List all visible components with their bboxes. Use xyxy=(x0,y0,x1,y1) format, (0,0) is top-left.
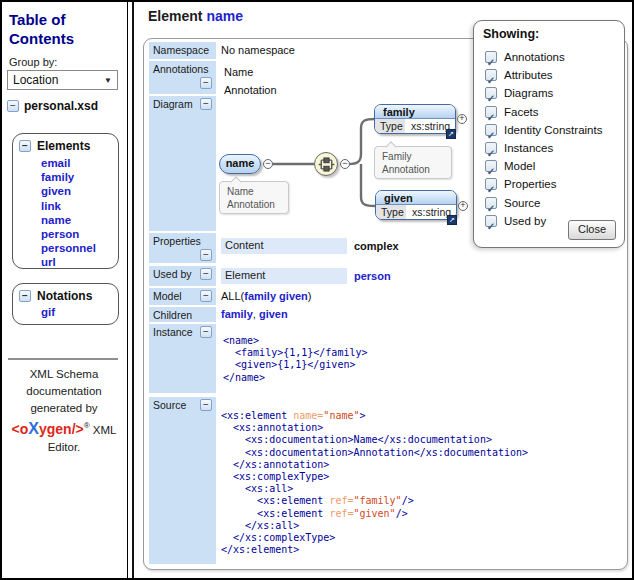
checkbox-checked-icon[interactable] xyxy=(485,69,497,81)
source-code: <xs:element name="name"> <xs:annotation>… xyxy=(221,410,528,556)
properties-row-label: Properties xyxy=(149,233,216,263)
option-model: Model xyxy=(485,157,620,175)
tooltip-line: Name xyxy=(227,185,281,198)
page-title-prefix: Element xyxy=(148,8,202,24)
elements-header: Elements xyxy=(37,139,90,153)
option-label: Attributes xyxy=(504,69,553,81)
sidebar-item-person[interactable]: person xyxy=(41,227,79,241)
credit-line: documentation xyxy=(4,383,124,400)
option-label: Facets xyxy=(504,106,539,118)
type-label: Type xyxy=(375,119,405,133)
group-by-selected-value: Location xyxy=(13,73,58,87)
table-of-contents-panel: Table of Contents Group by: Location ▼ p… xyxy=(2,2,128,578)
tooltip-line: Family xyxy=(382,150,444,163)
notations-box: Notations gif xyxy=(12,283,119,325)
checkbox-checked-icon[interactable] xyxy=(485,178,497,190)
expand-circle-icon[interactable] xyxy=(457,114,467,124)
element-box-title: family xyxy=(375,105,455,119)
showing-options: Annotations Attributes Diagrams Facets I… xyxy=(485,48,620,230)
all-compositor-icon[interactable] xyxy=(314,152,338,176)
collapse-circle-icon[interactable] xyxy=(263,159,273,169)
sidebar-item-email[interactable]: email xyxy=(41,156,70,170)
type-value: xs:string xyxy=(406,206,451,218)
sidebar-item-given[interactable]: given xyxy=(41,184,71,198)
checkbox-checked-icon[interactable] xyxy=(485,215,497,227)
checkbox-checked-icon[interactable] xyxy=(485,142,497,154)
showing-panel: Showing: Annotations Attributes Diagrams… xyxy=(473,20,625,248)
option-identity-constraints: Identity Constraints xyxy=(485,121,620,139)
name-annotation-tooltip: Name Annotation xyxy=(219,181,289,214)
row-label-text: Model xyxy=(153,290,182,302)
option-facets: Facets xyxy=(485,103,620,121)
annotations-row-label: Annotations xyxy=(149,61,216,94)
group-by-select[interactable]: Location ▼ xyxy=(7,70,118,90)
children-value: family, given xyxy=(221,308,288,320)
property-key: Content xyxy=(221,238,347,254)
sidebar-item-personnel[interactable]: personnel xyxy=(41,241,96,255)
schema-file-name: personal.xsd xyxy=(24,99,98,113)
sidebar-item-family[interactable]: family xyxy=(41,170,74,184)
used-by-row-label: Used by xyxy=(149,266,216,286)
tooltip-line: Annotation xyxy=(382,163,444,176)
checkbox-checked-icon[interactable] xyxy=(485,106,497,118)
row-label-text: Properties xyxy=(153,235,212,247)
diagram-node-family[interactable]: family Type xs:string xyxy=(374,104,456,134)
row-label-text: Children xyxy=(153,309,192,321)
row-label-text: Instance xyxy=(153,326,193,338)
type-label: Type xyxy=(376,205,406,219)
collapse-circle-icon[interactable] xyxy=(340,159,350,169)
chevron-down-icon: ▼ xyxy=(104,76,112,85)
source-row-label: Source xyxy=(149,397,216,564)
instance-row-label: Instance xyxy=(149,324,216,393)
checkbox-checked-icon[interactable] xyxy=(485,197,497,209)
checkbox-checked-icon[interactable] xyxy=(485,51,497,63)
collapse-toggle-icon[interactable] xyxy=(200,249,212,261)
toc-title: Table of Contents xyxy=(9,10,114,48)
checkbox-checked-icon[interactable] xyxy=(485,87,497,99)
open-diagram-icon[interactable] xyxy=(447,215,457,225)
collapse-toggle-icon[interactable] xyxy=(7,100,19,112)
option-label: Diagrams xyxy=(504,87,553,99)
sidebar-item-link[interactable]: link xyxy=(41,199,61,213)
sidebar-item-url[interactable]: url xyxy=(41,255,56,269)
namespace-row-label: Namespace xyxy=(149,42,216,59)
used-by-key: Element xyxy=(221,268,347,284)
sidebar-item-gif[interactable]: gif xyxy=(41,305,55,319)
oxygen-logo: <oXygen/>® XML xyxy=(4,417,124,439)
credit-line: generated by xyxy=(4,400,124,417)
row-label-text: Namespace xyxy=(153,44,209,56)
row-label-text: Source xyxy=(153,399,186,411)
instance-code: <name> <family>{1,1}</family> <given>{1,… xyxy=(223,335,368,384)
schema-file-row: personal.xsd xyxy=(7,99,98,113)
checkbox-checked-icon[interactable] xyxy=(485,124,497,136)
documentation-panel: Elementname Namespace Annotations Diagra… xyxy=(132,2,632,578)
collapse-toggle-icon[interactable] xyxy=(200,77,212,89)
open-diagram-icon[interactable] xyxy=(446,129,456,139)
collapse-toggle-icon[interactable] xyxy=(200,326,212,338)
showing-title: Showing: xyxy=(483,27,539,41)
credit-line: Editor. xyxy=(4,439,124,456)
elements-box: Elements email family given link name pe… xyxy=(12,133,119,269)
close-button[interactable]: Close xyxy=(568,220,616,240)
logo-part: ygen/> xyxy=(39,421,84,437)
collapse-toggle-icon[interactable] xyxy=(200,290,212,302)
row-label-text: Annotations xyxy=(153,63,212,75)
collapse-toggle-icon[interactable] xyxy=(19,290,31,302)
collapse-toggle-icon[interactable] xyxy=(200,399,212,411)
logo-part: X xyxy=(28,420,39,437)
sidebar-item-name[interactable]: name xyxy=(41,213,71,227)
diagram-node-name[interactable]: name xyxy=(219,154,261,174)
checkbox-checked-icon[interactable] xyxy=(485,160,497,172)
collapse-toggle-icon[interactable] xyxy=(200,268,212,280)
credit-line: XML Schema xyxy=(4,366,124,383)
collapse-toggle-icon[interactable] xyxy=(19,140,31,152)
option-diagrams: Diagrams xyxy=(485,84,620,102)
notations-header: Notations xyxy=(37,289,92,303)
option-instances: Instances xyxy=(485,139,620,157)
option-label: Used by xyxy=(504,215,546,227)
namespace-value: No namespace xyxy=(221,44,295,56)
option-properties: Properties xyxy=(485,175,620,193)
used-by-link[interactable]: person xyxy=(354,270,391,282)
diagram-node-given[interactable]: given Type xs:string xyxy=(375,190,457,220)
expand-circle-icon[interactable] xyxy=(458,201,468,211)
